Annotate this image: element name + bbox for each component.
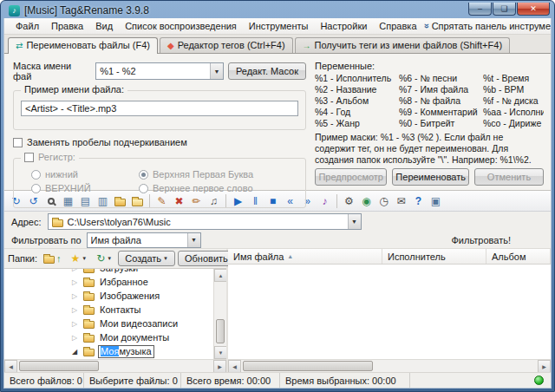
status-total-time: Всего время: 00:00 xyxy=(181,373,280,388)
tree-item-contacts[interactable]: ▷ Контакты xyxy=(4,303,213,317)
tree-item-documents[interactable]: ▷ Мои документы xyxy=(4,330,213,344)
refresh-tree-button[interactable]: ↻▼ xyxy=(93,251,115,266)
rename-action-buttons: Предпросмотр Переименовать Отменить xyxy=(315,168,544,186)
expand-icon[interactable]: ▷ xyxy=(72,292,80,300)
arrow-right-icon: → xyxy=(303,41,311,50)
mail-icon[interactable]: ✉ xyxy=(393,193,409,209)
mask-hint: Пример маски: %1 - %3 (%2 ). Если файл н… xyxy=(315,132,544,166)
status-bar: Всего файлов: 0 Выберите файлы: 0 Всего … xyxy=(4,372,551,388)
address-bar: Адрес: C:\Users\tolyan76\Music ▼ xyxy=(4,212,551,232)
tree-item-pictures[interactable]: ▷ Изображения xyxy=(4,289,213,303)
scroll-right-icon[interactable]: ▶ xyxy=(213,360,226,373)
toolbar-separator xyxy=(336,194,337,208)
tree-item-favorites[interactable]: ▷ Избранное xyxy=(4,275,213,289)
replace-spaces-row: Заменять пробелы подчеркиванием xyxy=(13,137,306,147)
filter-field-value: Имя файла xyxy=(91,235,187,245)
scroll-thumb[interactable] xyxy=(19,361,99,371)
replace-spaces-checkbox[interactable] xyxy=(13,138,23,147)
scroll-up-icon[interactable]: ▲ xyxy=(214,269,226,282)
tab-tag-editor[interactable]: ◆ Редактор тегов (Ctrl+F4) xyxy=(160,37,293,53)
current-folder-icon xyxy=(52,219,63,227)
maximize-button[interactable]: ❏ xyxy=(493,3,516,16)
chevron-down-icon[interactable]: ▼ xyxy=(348,214,361,229)
scroll-left-icon[interactable]: ◀ xyxy=(228,360,241,373)
variable: %f - № диска xyxy=(483,95,544,107)
menu-file[interactable]: Файл xyxy=(10,19,45,33)
expand-icon[interactable]: ◢ xyxy=(72,348,80,356)
title-bar[interactable]: ♪ [Music] Tag&Rename 3.9.8 – ❏ ✕ xyxy=(3,1,552,18)
folder-up-button[interactable]: ↑ xyxy=(40,251,65,266)
hide-toolbar-label: Спрятать панель инструментов xyxy=(432,21,552,31)
create-folder-button[interactable]: Создать▼ xyxy=(118,251,175,266)
file-browser: Папки: ↑ ★▼ ↻▼ Создать▼ Обновить ▷ Загру… xyxy=(4,249,551,372)
folders-pane: Папки: ↑ ★▼ ↻▼ Создать▼ Обновить ▷ Загру… xyxy=(4,249,228,372)
scroll-right-icon[interactable]: ▶ xyxy=(538,360,551,373)
radio-first-letter-upper: Верхняя Первая Буква xyxy=(139,169,302,180)
column-artist[interactable]: Исполнитель xyxy=(382,249,486,264)
tree-vertical-scrollbar[interactable]: ▲ ▼ xyxy=(213,269,226,359)
close-button[interactable]: ✕ xyxy=(517,3,550,16)
favorites-button[interactable]: ★▼ xyxy=(68,251,91,266)
music-note-icon[interactable]: ♪ xyxy=(317,193,333,209)
column-album[interactable]: Альбом xyxy=(486,249,551,264)
mask-combo[interactable]: %1 - %2 ▼ xyxy=(95,62,224,80)
tree-item-videos[interactable]: ▷ Мои видеозаписи xyxy=(4,317,213,330)
scroll-down-icon[interactable]: ▼ xyxy=(214,346,226,359)
minimize-button[interactable]: – xyxy=(468,3,492,16)
tree-item-music-editing[interactable]: ◢ Моя музыка xyxy=(4,344,213,358)
tree-list: ▷ Загрузки ▷ Избранное ▷ Изображе xyxy=(4,269,213,359)
mask-value: %1 - %2 xyxy=(100,66,210,76)
table-horizontal-scrollbar[interactable]: ◀ ▶ xyxy=(228,359,551,372)
globe-icon[interactable]: ◉ xyxy=(358,193,375,209)
tab-label: Редактор тегов (Ctrl+F4) xyxy=(178,40,285,50)
tab-tags-from-filenames[interactable]: → Получить теги из имени файлов (Shift+F… xyxy=(295,37,510,53)
variable: %t - Время xyxy=(483,73,544,84)
radio-uppercase: ВЕРХНИЙ xyxy=(31,183,134,193)
scroll-track[interactable] xyxy=(214,282,226,346)
status-selected-files: Выберите файлы: 0 xyxy=(84,373,181,388)
filter-field-combo[interactable]: Имя файла ▼ xyxy=(87,232,201,248)
case-checkbox[interactable] xyxy=(24,153,34,162)
help-icon[interactable]: ? xyxy=(410,193,427,209)
tab-rename-files[interactable]: ⇄ Переименовать файлы (F4) xyxy=(8,37,158,54)
menu-edit[interactable]: Правка xyxy=(45,19,89,33)
hide-toolbar-button[interactable]: « Спрятать панель инструментов xyxy=(423,21,552,31)
tree-horizontal-scrollbar[interactable]: ◀ ▶ xyxy=(4,359,226,372)
toggle-panel-icon[interactable]: ▣ xyxy=(428,193,444,209)
case-group-label: Регистр: xyxy=(38,152,75,162)
edit-masks-button[interactable]: Редакт. Масок xyxy=(228,62,306,80)
folder-icon xyxy=(83,335,95,343)
filter-apply-button[interactable]: Фильтровать! xyxy=(452,235,512,245)
gear-icon[interactable]: ⚙ xyxy=(341,193,357,209)
menu-view[interactable]: Вид xyxy=(89,19,119,33)
menu-settings[interactable]: Настройки xyxy=(314,19,373,33)
expand-icon[interactable]: ▷ xyxy=(72,334,80,342)
scroll-thumb[interactable] xyxy=(216,319,225,343)
refresh-folders-button[interactable]: Обновить xyxy=(178,251,235,266)
clock-icon[interactable]: ◷ xyxy=(375,193,392,209)
expand-icon[interactable]: ▷ xyxy=(72,278,80,286)
scroll-track[interactable] xyxy=(241,360,538,372)
address-combo[interactable]: C:\Users\tolyan76\Music ▼ xyxy=(48,213,362,230)
refresh-icon: ↻ xyxy=(96,252,105,265)
folder-icon xyxy=(83,279,95,287)
menu-help[interactable]: Справка xyxy=(373,19,422,33)
scroll-thumb[interactable] xyxy=(243,361,373,371)
tree-item-downloads[interactable]: ▷ Загрузки xyxy=(4,269,213,275)
file-table-header: Имя файла ▲ Исполнитель Альбом xyxy=(228,249,551,265)
expand-icon[interactable]: ▷ xyxy=(72,306,80,314)
chevron-down-icon[interactable]: ▼ xyxy=(210,63,223,79)
rename-edit-field[interactable]: Моя музыка xyxy=(98,345,154,358)
chevron-down-icon[interactable]: ▼ xyxy=(187,233,200,247)
menu-tools[interactable]: Инструменты xyxy=(243,19,315,33)
file-table-body[interactable] xyxy=(228,265,551,359)
tag-icon: ◆ xyxy=(167,41,174,50)
rename-button[interactable]: Переименовать xyxy=(392,168,469,186)
menu-playlist[interactable]: Список воспроизведения xyxy=(119,19,243,33)
scroll-track[interactable] xyxy=(17,360,213,372)
variable: %b - BPM xyxy=(483,84,544,95)
scroll-left-icon[interactable]: ◀ xyxy=(4,360,17,373)
expand-icon[interactable]: ▷ xyxy=(72,320,80,328)
expand-icon[interactable]: ▷ xyxy=(72,269,80,272)
column-filename[interactable]: Имя файла ▲ xyxy=(228,249,382,264)
